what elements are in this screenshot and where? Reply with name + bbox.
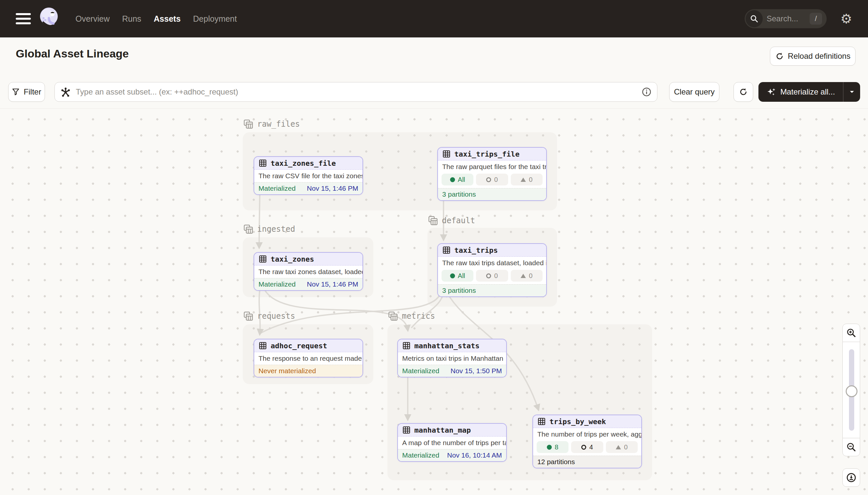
materialize-options-caret[interactable] — [843, 82, 860, 102]
materialization-timestamp-link[interactable]: Nov 16, 10:14 AM — [447, 451, 502, 459]
materialize-all-label: Materialize all... — [780, 87, 835, 97]
status-badge: Materialized — [259, 280, 296, 288]
asset-status-footer: Materialized Nov 15, 1:50 PM — [398, 365, 506, 377]
partitions-materialized-pill[interactable]: All — [442, 270, 473, 281]
partitions-missing-pill[interactable]: 0 — [511, 174, 543, 186]
asset-node-manhattan-stats[interactable]: manhattan_stats Metrics on taxi trips in… — [397, 339, 507, 377]
download-image-button[interactable] — [843, 468, 860, 487]
nav-link-runs[interactable]: Runs — [122, 14, 141, 24]
asset-name: adhoc_request — [271, 342, 327, 350]
materialize-all-button[interactable]: Materialize all... — [758, 82, 860, 102]
group-label-metrics[interactable]: metrics — [388, 311, 435, 321]
group-label-requests[interactable]: requests — [243, 311, 295, 321]
download-icon — [846, 472, 856, 483]
asset-node-taxi-trips[interactable]: taxi_trips The raw taxi trips dataset, l… — [437, 243, 547, 297]
missing-triangle-icon — [520, 274, 526, 278]
partitions-missing-pill[interactable]: 0 — [606, 441, 638, 453]
asset-node-trips-by-week[interactable]: trips_by_week The number of trips per we… — [532, 414, 642, 468]
partitions-missing-pill[interactable]: 0 — [511, 270, 543, 281]
partitions-materialized-pill[interactable]: All — [442, 174, 473, 186]
group-label-raw-files[interactable]: raw_files — [243, 119, 300, 129]
filter-label: Filter — [24, 87, 41, 97]
group-name: requests — [257, 311, 295, 321]
partitions-failed-pill[interactable]: 4 — [571, 441, 603, 453]
asset-node-taxi-trips-file[interactable]: taxi_trips_file The raw parquet files fo… — [437, 147, 547, 201]
nav-link-deployment[interactable]: Deployment — [193, 14, 237, 24]
asset-node-header: trips_by_week — [533, 415, 641, 428]
refresh-graph-button[interactable] — [733, 82, 753, 102]
nav-link-overview[interactable]: Overview — [75, 14, 110, 24]
group-name: raw_files — [257, 119, 300, 129]
asset-node-adhoc-request[interactable]: adhoc_request The response to an request… — [253, 339, 363, 377]
menu-icon[interactable] — [16, 13, 31, 24]
table-icon — [537, 417, 546, 426]
clear-query-button[interactable]: Clear query — [669, 82, 720, 102]
asset-node-taxi-zones-file[interactable]: taxi_zones_file The raw CSV file for the… — [253, 156, 363, 195]
materialization-timestamp-link[interactable]: Nov 15, 1:46 PM — [307, 280, 358, 288]
group-name: default — [442, 216, 475, 225]
materialization-timestamp-link[interactable]: Nov 15, 1:50 PM — [451, 367, 502, 375]
top-navbar: Overview Runs Assets Deployment / ⚙ — [0, 0, 868, 37]
asset-description: The raw taxi trips dataset, loaded into … — [438, 257, 546, 269]
asset-node-header: manhattan_stats — [398, 339, 506, 352]
refresh-icon — [739, 87, 748, 97]
funnel-icon — [12, 88, 20, 96]
partition-health-pills: 8 4 0 — [533, 441, 641, 456]
materialized-dot-icon — [450, 273, 455, 278]
asset-description: The raw CSV file for the taxi zones dat.… — [254, 170, 362, 182]
asset-node-header: taxi_zones_file — [254, 157, 362, 170]
partitions-failed-pill[interactable]: 0 — [476, 270, 508, 281]
info-circle-icon[interactable] — [642, 87, 652, 97]
asset-status-footer: 12 partitions — [533, 456, 641, 468]
status-badge: Materialized — [402, 451, 439, 459]
asset-node-header: taxi_trips_file — [438, 148, 546, 160]
group-label-ingested[interactable]: ingested — [243, 224, 295, 234]
asset-selector-icon — [60, 87, 71, 98]
asset-status-footer: Materialized Nov 15, 1:46 PM — [254, 182, 362, 194]
asset-description: A map of the number of trips per taxi z.… — [398, 437, 506, 449]
stacked-tables-icon — [388, 311, 398, 321]
asset-description: The response to an request made in th... — [254, 352, 362, 365]
zoom-slider-thumb[interactable] — [846, 386, 857, 397]
dagster-octopus-logo[interactable] — [39, 7, 60, 31]
materialized-dot-icon — [547, 445, 552, 450]
asset-node-header: manhattan_map — [398, 424, 506, 437]
zoom-controls — [843, 324, 860, 488]
partition-health-pills: All 0 0 — [438, 173, 546, 188]
stacked-tables-icon — [243, 311, 253, 321]
status-badge: Never materialized — [259, 367, 316, 375]
asset-node-manhattan-map[interactable]: manhattan_map A map of the number of tri… — [397, 423, 507, 462]
asset-status-footer: Materialized Nov 16, 10:14 AM — [398, 449, 506, 461]
group-label-default[interactable]: default — [428, 216, 475, 225]
asset-description: The number of trips per week, aggreg... — [533, 428, 641, 441]
settings-gear-icon[interactable]: ⚙ — [836, 11, 856, 26]
stacked-tables-icon — [243, 224, 253, 234]
missing-triangle-icon — [616, 445, 621, 449]
zoom-in-icon — [846, 328, 856, 338]
zoom-slider[interactable] — [843, 342, 860, 438]
partitions-materialized-pill[interactable]: 8 — [537, 441, 568, 453]
asset-node-taxi-zones[interactable]: taxi_zones The raw taxi zones dataset, l… — [253, 252, 363, 291]
asset-subset-input[interactable] — [54, 82, 657, 102]
partition-count: 12 partitions — [537, 458, 575, 466]
global-search[interactable]: / — [745, 9, 827, 28]
reload-definitions-button[interactable]: Reload definitions — [770, 47, 855, 66]
zoom-out-button[interactable] — [843, 438, 860, 456]
asset-description: Metrics on taxi trips in Manhattan — [398, 352, 506, 365]
asset-status-footer: 3 partitions — [438, 188, 546, 200]
search-icon — [746, 10, 763, 27]
partitions-failed-pill[interactable]: 0 — [476, 174, 508, 186]
nav-link-assets[interactable]: Assets — [154, 14, 181, 24]
failed-ring-icon — [486, 177, 491, 182]
group-name: ingested — [257, 224, 295, 234]
lineage-toolbar: Filter Clear query Materialize all... — [0, 73, 868, 108]
search-input[interactable] — [767, 14, 806, 23]
asset-name: taxi_zones — [271, 255, 314, 263]
sparkle-icon — [767, 87, 777, 97]
filter-button[interactable]: Filter — [8, 82, 45, 102]
zoom-in-button[interactable] — [843, 324, 860, 342]
zoom-out-icon — [846, 442, 856, 452]
lineage-canvas[interactable]: raw_files ingested default requests metr… — [0, 108, 868, 495]
materialization-timestamp-link[interactable]: Nov 15, 1:46 PM — [307, 185, 358, 192]
reload-definitions-label: Reload definitions — [788, 52, 851, 61]
